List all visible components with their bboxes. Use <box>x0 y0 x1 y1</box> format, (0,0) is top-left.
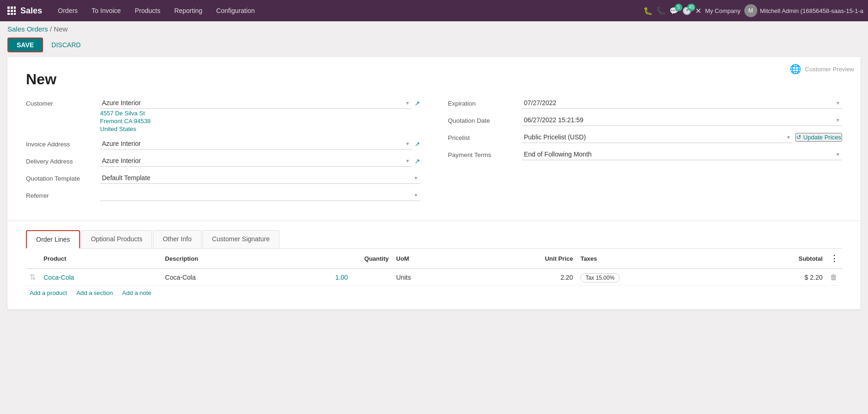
referrer-value: ▼ <box>100 189 420 201</box>
col-description: Description <box>161 249 290 269</box>
row-uom: Units <box>392 269 463 286</box>
update-prices-label: Update Prices <box>803 134 841 141</box>
chat-icon[interactable]: 💬 5 <box>669 6 679 15</box>
menu-products[interactable]: Products <box>128 4 167 17</box>
customer-input[interactable]: Azure Interior <box>100 97 412 109</box>
delivery-address-value: Azure Interior ▼ ↗ <box>100 155 420 167</box>
row-description: Coca-Cola <box>161 269 290 286</box>
phone-icon[interactable]: 📞 <box>656 6 666 15</box>
menu-orders[interactable]: Orders <box>51 4 84 17</box>
tab-other-info[interactable]: Other Info <box>153 230 201 248</box>
grid-icon[interactable] <box>5 4 19 18</box>
payment-terms-row: Payment Terms End of Following Month ▼ <box>448 149 842 160</box>
activity-badge: 45 <box>687 4 695 11</box>
menu-reporting[interactable]: Reporting <box>168 4 209 17</box>
customer-addr3: United States <box>100 125 420 132</box>
main-form: 🌐 Customer Preview New Customer Azure In… <box>7 57 861 309</box>
breadcrumb: Sales Orders / New <box>0 21 868 35</box>
order-lines-table: Product Description Quantity UoM Unit Pr… <box>26 249 842 286</box>
customer-external-link-icon[interactable]: ↗ <box>415 100 420 107</box>
row-unit-price[interactable]: 2.20 <box>463 269 577 286</box>
quotation-template-value: Default Template ▼ <box>100 172 420 184</box>
invoice-address-external-link-icon[interactable]: ↗ <box>415 140 420 148</box>
column-options-icon[interactable]: ⋮ <box>830 254 838 263</box>
form-left: Customer Azure Interior ▼ ↗ 4557 De Silv… <box>26 97 420 207</box>
add-section-link[interactable]: Add a section <box>76 289 113 296</box>
activity-icon[interactable]: 🕐 45 <box>682 6 692 15</box>
user-menu[interactable]: M Mitchell Admin (16856458-saas-15-1-a <box>744 4 863 17</box>
tab-customer-signature[interactable]: Customer Signature <box>202 230 280 248</box>
pricelist-input[interactable]: Public Pricelist (USD) <box>522 132 793 143</box>
customer-label: Customer <box>26 97 100 107</box>
tab-optional-products[interactable]: Optional Products <box>81 230 152 248</box>
save-button[interactable]: SAVE <box>7 38 43 52</box>
svg-rect-6 <box>7 13 10 15</box>
payment-terms-value: End of Following Month ▼ <box>522 149 842 160</box>
customer-value: Azure Interior ▼ ↗ 4557 De Silva St Frem… <box>100 97 420 132</box>
delivery-address-row: Delivery Address Azure Interior ▼ ↗ <box>26 155 420 167</box>
tabs: Order Lines Optional Products Other Info… <box>26 230 842 249</box>
delivery-address-label: Delivery Address <box>26 155 100 165</box>
customer-addr2: Fremont CA 94538 <box>100 118 420 125</box>
svg-rect-2 <box>14 6 16 9</box>
expiration-row: Expiration 07/27/2022 ▼ <box>448 97 842 109</box>
invoice-address-row: Invoice Address Azure Interior ▼ ↗ <box>26 138 420 150</box>
row-quantity[interactable]: 1.00 <box>335 274 348 281</box>
payment-terms-input[interactable]: End of Following Month <box>522 149 842 160</box>
close-icon[interactable]: ✕ <box>695 6 701 15</box>
delete-row-icon[interactable]: 🗑 <box>830 273 837 281</box>
form-body: Customer Azure Interior ▼ ↗ 4557 De Silv… <box>7 97 861 216</box>
quotation-date-label: Quotation Date <box>448 114 522 124</box>
user-avatar: M <box>744 4 757 17</box>
referrer-input[interactable] <box>100 189 420 201</box>
delivery-address-external-link-icon[interactable]: ↗ <box>415 157 420 165</box>
menu-to-invoice[interactable]: To Invoice <box>85 4 127 17</box>
chat-badge: 5 <box>675 4 682 11</box>
app-brand[interactable]: Sales <box>20 6 42 16</box>
quotation-date-value: 06/27/2022 15:21:59 ▼ <box>522 114 842 126</box>
payment-terms-label: Payment Terms <box>448 149 522 158</box>
top-menu: Orders To Invoice Products Reporting Con… <box>51 4 642 17</box>
customer-addr1: 4557 De Silva St <box>100 110 420 117</box>
row-taxes[interactable]: Tax 15.00% <box>577 269 726 286</box>
expiration-input[interactable]: 07/27/2022 <box>522 97 842 109</box>
breadcrumb-parent[interactable]: Sales Orders <box>7 25 48 33</box>
update-prices-button[interactable]: ↺ Update Prices <box>795 133 842 142</box>
svg-rect-4 <box>11 10 13 12</box>
company-name[interactable]: My Company <box>705 7 741 14</box>
quotation-date-input[interactable]: 06/27/2022 15:21:59 <box>522 114 842 126</box>
sort-handle-icon[interactable]: ⇅ <box>30 273 36 281</box>
col-product: Product <box>40 249 161 269</box>
user-name: Mitchell Admin (16856458-saas-15-1-a <box>760 7 863 14</box>
refresh-icon: ↺ <box>796 134 801 141</box>
form-title: New <box>7 57 861 97</box>
globe-icon: 🌐 <box>790 63 801 75</box>
svg-rect-7 <box>11 13 13 15</box>
customer-preview-button[interactable]: 🌐 Customer Preview <box>790 63 854 75</box>
invoice-address-input[interactable]: Azure Interior <box>100 138 412 150</box>
pricelist-label: Pricelist <box>448 132 522 141</box>
add-row-links: Add a product Add a section Add a note <box>26 286 842 300</box>
row-product[interactable]: Coca-Cola <box>44 274 74 281</box>
col-quantity: Quantity <box>291 249 393 269</box>
add-note-link[interactable]: Add a note <box>122 289 151 296</box>
menu-configuration[interactable]: Configuration <box>210 4 261 17</box>
discard-button[interactable]: DISCARD <box>48 38 84 51</box>
tab-order-lines[interactable]: Order Lines <box>26 230 80 249</box>
breadcrumb-separator: / <box>50 25 54 33</box>
invoice-address-value: Azure Interior ▼ ↗ <box>100 138 420 150</box>
expiration-label: Expiration <box>448 97 522 107</box>
table-row: ⇅ Coca-Cola Coca-Cola 1.00 Units 2.20 Ta… <box>26 269 842 286</box>
breadcrumb-current: New <box>54 25 68 33</box>
delivery-address-input[interactable]: Azure Interior <box>100 155 412 167</box>
referrer-row: Referrer ▼ <box>26 189 420 201</box>
quotation-template-input[interactable]: Default Template <box>100 172 420 184</box>
tabs-area: Order Lines Optional Products Other Info… <box>7 220 861 249</box>
col-subtotal: Subtotal <box>726 249 826 269</box>
bug-icon[interactable]: 🐛 <box>643 6 653 15</box>
svg-rect-5 <box>14 10 16 12</box>
svg-rect-0 <box>7 6 10 9</box>
add-product-link[interactable]: Add a product <box>30 289 67 296</box>
pricelist-value: Public Pricelist (USD) ▼ ↺ Update Prices <box>522 132 842 143</box>
svg-rect-3 <box>7 10 10 12</box>
